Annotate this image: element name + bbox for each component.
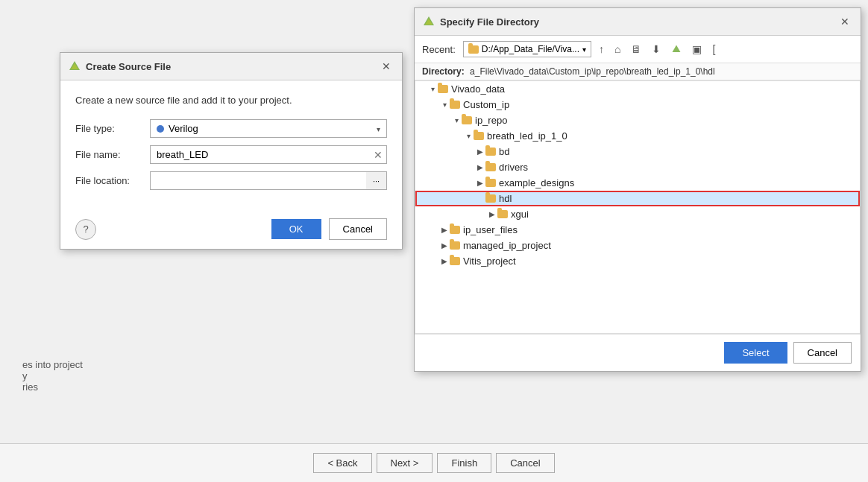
tree-label: Vitis_project (463, 256, 516, 267)
file-toolbar: Recent: D:/App_Data_File/Viva... ▾ ↑ ⌂ 🖥… (415, 36, 861, 63)
file-type-label: File type: (75, 123, 150, 134)
help-button[interactable]: ? (75, 219, 96, 240)
monitor-button[interactable]: ▣ (689, 40, 705, 58)
folder-icon (450, 101, 460, 109)
tree-label: example_designs (499, 177, 574, 188)
file-name-input[interactable] (150, 145, 387, 164)
file-dialog-title: Specify File Directory (440, 16, 539, 28)
file-name-row: File name: ✕ (75, 145, 387, 164)
file-location-input[interactable] (150, 171, 387, 190)
tree-item-ip_repo[interactable]: ▾ ip_repo (415, 112, 860, 128)
folder-icon (438, 85, 448, 93)
chevron-down-icon: ▾ (451, 116, 462, 124)
tree-label: hdl (499, 193, 512, 204)
file-type-select[interactable]: Verilog ▾ (150, 119, 387, 138)
directory-value: a_File\Vivado_data\Custom_ip\ip_repo\bre… (470, 66, 715, 77)
wizard-bottom-bar: < Back Next > Finish Cancel (0, 443, 868, 482)
chevron-down-icon: ▾ (439, 101, 450, 109)
file-dialog-close-button[interactable]: ✕ (837, 14, 853, 29)
finish-button[interactable]: Finish (437, 453, 491, 473)
cancel-button[interactable]: Cancel (496, 453, 554, 473)
recent-chevron-icon: ▾ (582, 45, 586, 54)
recent-dropdown[interactable]: D:/App_Data_File/Viva... ▾ (463, 41, 591, 57)
folder-icon (485, 163, 496, 171)
file-name-clear-button[interactable]: ✕ (374, 149, 383, 161)
navigate-up-button[interactable]: ↑ (596, 40, 607, 58)
vivado-button[interactable] (668, 41, 685, 57)
tree-item-bd[interactable]: ▶ bd (415, 144, 860, 159)
tree-label: breath_led_ip_1_0 (487, 130, 567, 142)
folder-icon (450, 226, 460, 234)
file-location-label: File location: (75, 175, 150, 186)
file-location-browse-button[interactable]: ··· (366, 171, 387, 190)
tree-label: Custom_ip (463, 99, 509, 110)
file-type-row: File type: Verilog ▾ (75, 119, 387, 138)
tree-item-vitis_project[interactable]: ▶ Vitis_project (415, 253, 860, 269)
file-dialog-titlebar: Specify File Directory ✕ (415, 8, 861, 36)
chevron-right-icon: ▶ (475, 163, 485, 171)
next-button[interactable]: Next > (377, 453, 433, 473)
file-name-label: File name: (75, 149, 150, 160)
verilog-dot-icon (157, 125, 164, 133)
chevron-right-icon: ▶ (439, 241, 450, 250)
tree-label: drivers (499, 162, 528, 173)
home-button[interactable]: ⌂ (611, 40, 623, 58)
tree-label: xgui (511, 209, 529, 220)
chevron-down-icon: ▾ (427, 85, 438, 93)
folder-icon (485, 148, 496, 156)
vivado-logo-icon-2 (422, 15, 435, 28)
tree-item-managed_ip_project[interactable]: ▶ managed_ip_project (415, 238, 860, 253)
tree-label: ip_user_files (463, 224, 518, 235)
tree-item-example_designs[interactable]: ▶ example_designs (415, 175, 860, 191)
tree-item-hdl[interactable]: ▶ hdl (415, 191, 860, 206)
chevron-right-icon: ▶ (439, 257, 450, 265)
ok-button[interactable]: OK (271, 219, 321, 239)
file-dialog-cancel-button[interactable]: Cancel (793, 342, 852, 364)
folder-icon (485, 179, 496, 187)
file-tree[interactable]: ▾ Vivado_data ▾ Custom_ip ▾ ip_repo ▾ (415, 80, 861, 334)
more-button[interactable]: [ (709, 40, 718, 58)
specify-file-directory-dialog: Specify File Directory ✕ Recent: D:/App_… (414, 7, 861, 372)
chevron-right-icon: ▶ (475, 148, 485, 156)
file-type-control: Verilog ▾ (150, 119, 387, 138)
chevron-down-icon: ▾ (377, 124, 380, 133)
chevron-right-icon: ▶ (475, 179, 485, 187)
tree-item-breath_led_ip_1_0[interactable]: ▾ breath_led_ip_1_0 (415, 128, 860, 144)
file-name-control: ✕ (150, 145, 387, 164)
create-dialog-close-button[interactable]: ✕ (378, 59, 394, 74)
tree-item-xgui[interactable]: ▶ xgui (415, 206, 860, 222)
create-source-file-dialog: Create Source File ✕ Create a new source… (60, 52, 403, 250)
directory-label: Directory: (422, 66, 465, 77)
create-dialog-description: Create a new source file and add it to y… (75, 94, 387, 107)
folder-icon (468, 45, 479, 54)
tree-item-drivers[interactable]: ▶ drivers (415, 159, 860, 175)
svg-marker-4 (673, 45, 681, 52)
file-location-control: ··· (150, 171, 387, 190)
folder-icon (485, 194, 496, 203)
select-button[interactable]: Select (724, 342, 787, 364)
tree-item-vivado_data[interactable]: ▾ Vivado_data (415, 81, 860, 97)
desktop-button[interactable]: 🖥 (628, 40, 644, 58)
tree-label: bd (499, 146, 509, 157)
chevron-right-icon: ▶ (487, 210, 497, 218)
file-dialog-footer: Select Cancel (415, 334, 861, 371)
chevron-down-icon: ▾ (463, 132, 474, 140)
create-dialog-title: Create Source File (86, 61, 171, 72)
recent-value: D:/App_Data_File/Viva... (482, 44, 579, 54)
directory-row: Directory: a_File\Vivado_data\Custom_ip\… (415, 63, 861, 80)
file-type-value: Verilog (169, 123, 198, 134)
vivado-small-icon (671, 44, 682, 54)
file-location-row: File location: ··· (75, 171, 387, 190)
tree-label: Vivado_data (451, 83, 505, 95)
download-button[interactable]: ⬇ (649, 40, 664, 58)
back-button[interactable]: < Back (313, 453, 371, 473)
folder-icon (462, 116, 472, 124)
create-cancel-button[interactable]: Cancel (329, 218, 387, 240)
folder-icon (474, 132, 484, 140)
tree-item-ip_user_files[interactable]: ▶ ip_user_files (415, 222, 860, 238)
create-dialog-titlebar: Create Source File ✕ (60, 53, 402, 80)
tree-item-custom_ip[interactable]: ▾ Custom_ip (415, 97, 860, 112)
create-dialog-footer: ? OK Cancel (60, 209, 402, 249)
vivado-logo-icon (68, 60, 81, 73)
wizard-side-text: es into project y ries (22, 359, 83, 393)
